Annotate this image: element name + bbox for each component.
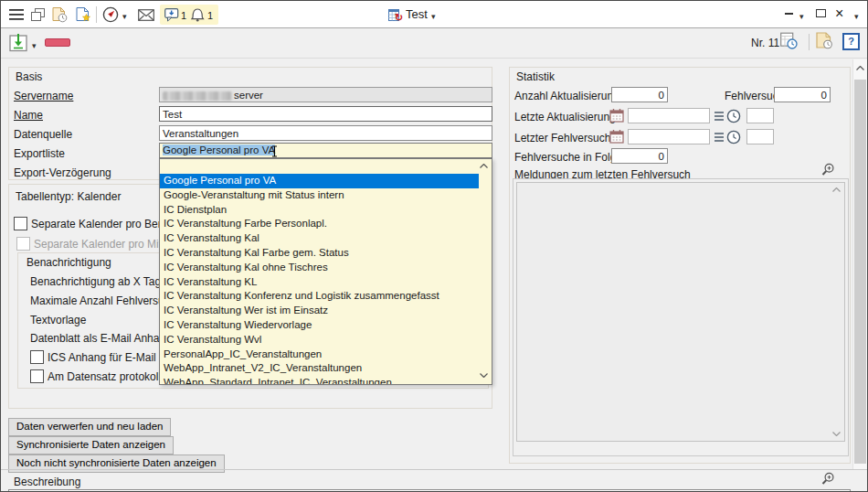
basis-section-title: Basis (14, 70, 44, 83)
title-dropdown-arrow[interactable]: ▾ (431, 11, 436, 23)
maximize-button[interactable] (816, 9, 826, 17)
comment-bubble-icon[interactable] (164, 8, 179, 22)
benachrichtigung-section-title: Benachrichtigung (25, 256, 113, 269)
letzter-fehlversuch-time-field[interactable] (746, 129, 774, 144)
anzahl-aktualisierungen-field[interactable]: 0 (611, 87, 668, 102)
tabellentyp-section-title: Tabellentyp: Kalender (14, 190, 122, 203)
dropdown-item[interactable]: WebApp_Intranet_V2_IC_Veranstaltungen (160, 361, 479, 376)
name-label[interactable]: Name (14, 109, 43, 122)
text-cursor (271, 145, 279, 157)
textvorlage-label: Textvorlage (30, 314, 86, 326)
magnifier-plus-icon[interactable] (820, 163, 835, 177)
fehlversuche-field[interactable]: 0 (774, 87, 831, 102)
dropdown-scroll-up-icon[interactable] (480, 164, 488, 168)
dropdown-item[interactable]: IC Veranstaltung Farbe Personlapl. (160, 217, 479, 231)
fehlversuche-folge-label: Fehlversuche in Folge (514, 151, 622, 164)
refresh-arrows-glyph: ↻ (395, 12, 403, 24)
compass-icon[interactable] (102, 6, 119, 23)
toolbar-separator (96, 6, 97, 23)
letzte-aktualisierung-time-field[interactable] (746, 108, 774, 123)
dropdown-item[interactable]: IC Veranstaltung Konferenz und Logistik … (160, 289, 479, 304)
dropdown-item[interactable]: IC Veranstaltung KL (160, 275, 479, 290)
table-clock-icon[interactable] (780, 32, 798, 49)
compass-dropdown-arrow[interactable]: ▾ (122, 11, 127, 23)
dropdown-item[interactable]: IC Veranstaltung Wer ist im Einsatz (160, 304, 479, 318)
close-dropdown-arrow[interactable]: ▾ (854, 11, 859, 23)
export-delay-label: Export-Verzögerung (14, 166, 111, 179)
dropdown-item[interactable]: PersonalApp_IC_Veranstaltungen (160, 348, 479, 362)
menu-icon[interactable] (9, 8, 24, 21)
datenblatt-anhang-label: Datenblatt als E-Mail Anhang (30, 332, 172, 345)
form-scrollbar-thumb[interactable] (854, 80, 866, 464)
import-icon[interactable] (9, 33, 28, 52)
minimize-dropdown-arrow[interactable]: ▾ (799, 11, 804, 23)
beschreibung-section-title: Beschreibung (14, 476, 80, 488)
calendar-icon-2[interactable] (609, 129, 624, 144)
discard-reload-button[interactable]: Daten verwerfen und neu laden (8, 418, 171, 436)
exportliste-selected-text: Google Personal pro VA (163, 144, 275, 155)
windows-copy-icon[interactable] (31, 8, 45, 21)
show-synced-button[interactable]: Synchronisierte Daten anzeigen (8, 436, 174, 455)
letzter-fehlversuch-label: Letzter Fehlversuch (514, 132, 610, 144)
servername-label[interactable]: Servername (14, 90, 73, 102)
record-number-label: Nr. 11 (751, 37, 779, 49)
separate-kalender-benutzer-checkbox[interactable] (14, 217, 27, 230)
dropdown-item[interactable]: IC Veranstaltung Kal (160, 231, 479, 246)
datenquelle-input[interactable]: Veranstaltungen (159, 125, 492, 141)
bell-icon[interactable] (191, 7, 205, 22)
datensatz-protokollieren-checkbox[interactable] (30, 369, 44, 383)
exportliste-dropdown-list[interactable]: Google Personal pro VA Google-Veranstalt… (159, 158, 492, 385)
meldungen-scroll-up-icon[interactable] (832, 187, 841, 192)
redacted-server-prefix (163, 91, 232, 101)
exportliste-label: Exportliste (14, 147, 65, 160)
separate-kalender-mitarbeiter-checkbox (16, 237, 30, 251)
bell-badge-count: 1 (207, 9, 213, 22)
dropdown-item[interactable]: IC Dienstplan (160, 203, 479, 218)
meldungen-textarea[interactable] (516, 182, 845, 442)
envelope-icon[interactable] (138, 9, 154, 21)
datenquelle-label: Datenquelle (14, 128, 72, 141)
title-bar: ▾ 1 1 ↻ Test ▾ ▾ × ▾ (1, 1, 867, 28)
form-scrollbar-up-icon[interactable] (856, 66, 864, 70)
bottom-separator (1, 469, 867, 470)
document-clock-icon[interactable] (52, 7, 68, 23)
document-clock-icon-2[interactable] (816, 32, 833, 49)
show-unsynced-button[interactable]: Noch nicht synchronisierte Daten anzeige… (8, 455, 225, 473)
ics-anhang-checkbox[interactable] (30, 350, 44, 364)
dropdown-scroll-down-icon[interactable] (480, 373, 488, 378)
meldungen-scroll-down-icon[interactable] (832, 432, 841, 436)
dropdown-item[interactable]: Google-Veranstaltung mit Status intern (160, 188, 479, 203)
fehlversuche-folge-field[interactable]: 0 (611, 148, 668, 164)
table-refresh-icon: ↻ (388, 8, 402, 22)
letzte-aktualisierung-date-field[interactable] (628, 108, 710, 123)
dropdown-item[interactable]: Google Personal pro VA (160, 174, 479, 188)
window-title: Test (406, 8, 428, 21)
time-now-icon-2[interactable] (715, 130, 744, 144)
name-input[interactable]: Test (159, 106, 492, 122)
dropdown-item[interactable]: IC Veranstaltung Wiedervorlage (160, 318, 479, 333)
exportliste-combobox[interactable]: Google Personal pro VA (159, 143, 492, 158)
servername-field: server (159, 87, 492, 102)
ics-anhang-label[interactable]: ICS Anhang für E-Mail (48, 351, 156, 364)
time-now-icon[interactable] (715, 109, 744, 123)
dropdown-item[interactable]: WebApp_Standard_Intranet_IC_Veranstaltun… (160, 376, 479, 385)
import-dropdown-arrow[interactable]: ▾ (32, 40, 37, 52)
close-button[interactable]: × (835, 7, 843, 19)
dropdown-item[interactable]: IC Veranstaltung Kal Farbe gem. Status (160, 246, 479, 261)
minimize-button[interactable] (785, 13, 793, 15)
calendar-icon[interactable] (609, 108, 624, 123)
help-icon[interactable]: ? (842, 33, 860, 50)
letzte-aktualisierung-label: Letzte Aktualisierung (514, 111, 616, 123)
status-dash-indicator (45, 38, 70, 47)
dropdown-item[interactable]: IC Veranstaltung Kal ohne Tischres (160, 261, 479, 275)
document-star-icon[interactable] (76, 7, 91, 23)
application-window: ▾ 1 1 ↻ Test ▾ ▾ × ▾ ▾ Nr. 11 (0, 0, 868, 492)
letzter-fehlversuch-date-field[interactable] (628, 129, 710, 144)
record-toolbar: ▾ Nr. 11 ? (1, 28, 867, 59)
toolbar-right-separator (809, 34, 810, 50)
dropdown-empty-row[interactable] (160, 159, 479, 174)
comment-badge-count: 1 (181, 9, 186, 22)
statistik-section-title: Statistik (514, 70, 556, 83)
beschreibung-magnifier-icon[interactable] (820, 472, 835, 487)
dropdown-item[interactable]: IC Veranstaltung Wvl (160, 333, 479, 348)
